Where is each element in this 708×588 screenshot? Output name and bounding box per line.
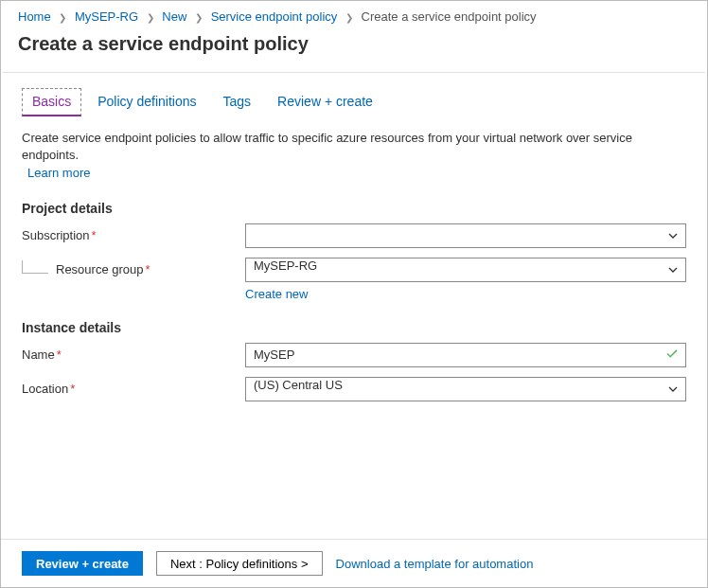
breadcrumb-link[interactable]: New [162,9,186,24]
tab-policy-definitions[interactable]: Policy definitions [87,88,206,116]
review-create-button[interactable]: Review + create [22,551,143,576]
breadcrumb: Home ❯ MySEP-RG ❯ New ❯ Service endpoint… [1,1,707,29]
tab-basics[interactable]: Basics [22,88,81,116]
tree-indent-icon [22,260,48,274]
page-title: Create a service endpoint policy [18,33,690,55]
learn-more-link[interactable]: Learn more [27,165,90,182]
section-heading-project: Project details [22,201,686,216]
name-label: Name* [22,347,245,362]
breadcrumb-link[interactable]: MySEP-RG [75,9,138,24]
subscription-label: Subscription* [22,228,245,242]
tab-bar: Basics Policy definitions Tags Review + … [22,73,686,116]
subscription-select[interactable] [245,223,686,248]
breadcrumb-link[interactable]: Home [18,9,51,24]
location-label: Location* [22,382,245,396]
chevron-right-icon: ❯ [142,12,159,23]
tab-tags[interactable]: Tags [213,88,262,116]
chevron-right-icon: ❯ [54,12,71,23]
name-input[interactable] [245,343,686,367]
breadcrumb-link[interactable]: Service endpoint policy [211,9,338,24]
next-button[interactable]: Next : Policy definitions > [156,551,323,576]
description-text: Create service endpoint policies to allo… [22,130,686,182]
section-heading-instance: Instance details [22,320,686,335]
breadcrumb-current: Create a service endpoint policy [362,9,537,24]
download-template-link[interactable]: Download a template for automation [336,557,534,571]
resource-group-label: Resource group* [22,262,245,276]
location-select[interactable]: (US) Central US [245,377,686,401]
chevron-right-icon: ❯ [341,12,358,23]
tab-review-create[interactable]: Review + create [267,88,383,116]
chevron-right-icon: ❯ [190,12,207,23]
create-new-link[interactable]: Create new [245,287,308,301]
footer-bar: Review + create Next : Policy definition… [1,539,707,587]
resource-group-select[interactable]: MySEP-RG [245,258,686,282]
check-icon [665,347,679,363]
